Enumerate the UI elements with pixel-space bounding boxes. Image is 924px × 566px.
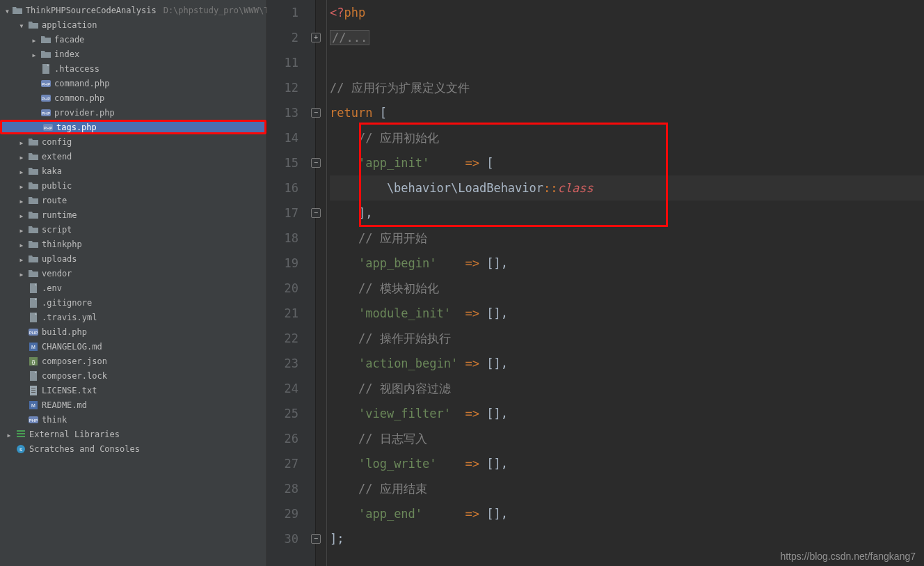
code-line[interactable] <box>330 50 924 75</box>
line-number: 24 <box>267 376 298 401</box>
code-line[interactable]: // 应用初始化 <box>330 125 924 150</box>
expand-icon[interactable] <box>31 35 38 45</box>
tree-item-thinkphp[interactable]: thinkphp <box>0 237 266 251</box>
code-line[interactable]: return [ <box>330 100 924 125</box>
tree-item-build-php[interactable]: PHPbuild.php <box>0 324 266 339</box>
code-line[interactable]: // 日志写入 <box>330 426 924 451</box>
code-line[interactable]: // 操作开始执行 <box>330 326 924 351</box>
svg-text:PHP: PHP <box>29 418 38 423</box>
tree-item-config[interactable]: config <box>0 134 266 149</box>
expand-icon[interactable] <box>31 49 38 59</box>
tree-item-think[interactable]: PHPthink <box>0 412 266 427</box>
tree-item-extend[interactable]: extend <box>0 149 266 164</box>
code-line[interactable] <box>330 551 924 566</box>
code-token: [], <box>479 457 508 471</box>
editor-code-area[interactable]: <?php//...// 应用行为扩展定义文件return [ // 应用初始化… <box>327 0 924 566</box>
code-line[interactable]: 'module_init' => [], <box>330 301 924 326</box>
tree-item-command-php[interactable]: PHPcommand.php <box>0 76 266 91</box>
collapse-icon[interactable] <box>18 20 25 30</box>
code-line[interactable]: ], <box>330 201 924 226</box>
tree-item-thinkphpsourcecodeanalysis[interactable]: ThinkPHPSourceCodeAnalysisD:\phpstudy_pr… <box>0 3 266 17</box>
tree-item--env[interactable]: .env <box>0 281 266 295</box>
code-line[interactable]: ]; <box>330 526 924 551</box>
expand-icon[interactable] <box>18 269 25 278</box>
code-line[interactable]: <?php <box>330 0 924 25</box>
line-number: 15 <box>267 150 298 175</box>
tree-item-provider-php[interactable]: PHPprovider.php <box>0 105 266 120</box>
code-token: // 应用结束 <box>358 482 427 496</box>
line-number: 17 <box>267 201 298 226</box>
expand-icon[interactable] <box>18 210 25 220</box>
svg-rect-25 <box>31 388 35 388</box>
editor-fold-column[interactable]: +−−−− <box>316 0 327 566</box>
code-token: php <box>344 6 365 19</box>
fold-collapse-icon[interactable]: − <box>311 208 321 218</box>
fold-collapse-icon[interactable]: − <box>311 534 321 544</box>
tree-item-scratches-and-consoles[interactable]: sScratches and Consoles <box>0 441 266 456</box>
tree-item-script[interactable]: script <box>0 222 266 237</box>
tree-item-readme-md[interactable]: MREADME.md <box>0 398 266 412</box>
tree-item-index[interactable]: index <box>0 47 266 61</box>
tree-item-changelog-md[interactable]: MCHANGELOG.md <box>0 339 266 354</box>
code-line[interactable]: // 视图内容过滤 <box>330 376 924 401</box>
code-line[interactable]: //... <box>330 25 924 50</box>
tree-item-label: facade <box>54 35 84 45</box>
tree-item--travis-yml[interactable]: .travis.yml <box>0 310 266 324</box>
tree-item-label: uploads <box>42 254 77 264</box>
tree-item-public[interactable]: public <box>0 178 266 193</box>
tree-item-runtime[interactable]: runtime <box>0 207 266 222</box>
code-line[interactable]: \behavior\LoadBehavior::class <box>330 175 924 201</box>
code-line[interactable]: // 模块初始化 <box>330 276 924 301</box>
tree-item--htaccess[interactable]: .htaccess <box>0 61 266 76</box>
svg-text:PHP: PHP <box>42 82 50 86</box>
fold-collapse-icon[interactable]: − <box>311 108 321 118</box>
tree-item-label: extend <box>42 152 72 162</box>
code-line[interactable]: 'app_end' => [], <box>330 501 924 526</box>
folder-icon <box>28 195 39 206</box>
project-tree[interactable]: ThinkPHPSourceCodeAnalysisD:\phpstudy_pr… <box>0 0 267 566</box>
expand-icon[interactable] <box>18 239 25 249</box>
tree-item-route[interactable]: route <box>0 193 266 207</box>
code-line[interactable]: 'app_init' => [ <box>330 150 924 175</box>
expand-icon[interactable] <box>18 254 25 264</box>
tree-item-facade[interactable]: facade <box>0 32 266 47</box>
tree-item-license-txt[interactable]: LICENSE.txt <box>0 383 266 398</box>
tree-item-tags-php[interactable]: PHPtags.php <box>0 120 266 134</box>
editor-gutter: 1211121314151617181920212223242526272829… <box>267 0 316 566</box>
expand-icon[interactable] <box>18 181 25 191</box>
expand-icon[interactable] <box>18 225 25 235</box>
tree-item-label: provider.php <box>54 108 115 118</box>
tree-item--gitignore[interactable]: .gitignore <box>0 295 266 310</box>
tree-item-composer-json[interactable]: {}composer.json <box>0 354 266 368</box>
tree-item-kaka[interactable]: kaka <box>0 164 266 178</box>
tree-item-uploads[interactable]: uploads <box>0 251 266 266</box>
tree-item-common-php[interactable]: PHPcommon.php <box>0 91 266 105</box>
code-line[interactable]: 'view_filter' => [], <box>330 401 924 426</box>
code-line[interactable]: 'log_write' => [], <box>330 451 924 476</box>
code-line[interactable]: 'app_begin' => [], <box>330 251 924 276</box>
tree-item-label: .travis.yml <box>42 313 97 322</box>
tree-item-external-libraries[interactable]: External Libraries <box>0 427 266 441</box>
expand-icon[interactable] <box>6 430 13 439</box>
code-line[interactable]: 'action_begin' => [], <box>330 351 924 376</box>
code-token: [ <box>479 156 493 170</box>
code-line[interactable]: // 应用结束 <box>330 476 924 501</box>
code-token: 'app_end' <box>358 507 422 521</box>
expand-icon[interactable] <box>18 166 25 176</box>
code-editor[interactable]: 1211121314151617181920212223242526272829… <box>267 0 924 566</box>
tree-item-composer-lock[interactable]: composer.lock <box>0 368 266 383</box>
expand-icon[interactable] <box>18 152 25 162</box>
code-line[interactable]: // 应用行为扩展定义文件 <box>330 75 924 100</box>
expand-icon[interactable] <box>18 137 25 147</box>
expand-icon[interactable] <box>18 196 25 205</box>
tree-item-label: think <box>42 415 67 425</box>
tree-item-label: application <box>42 20 97 30</box>
line-number: 11 <box>267 50 298 75</box>
fold-expand-icon[interactable]: + <box>311 33 321 42</box>
code-line[interactable]: // 应用开始 <box>330 226 924 251</box>
fold-collapse-icon[interactable]: − <box>311 158 321 168</box>
code-token: [], <box>479 256 508 270</box>
tree-item-application[interactable]: application <box>0 17 266 32</box>
tree-item-vendor[interactable]: vendor <box>0 266 266 281</box>
collapse-icon[interactable] <box>6 6 9 15</box>
